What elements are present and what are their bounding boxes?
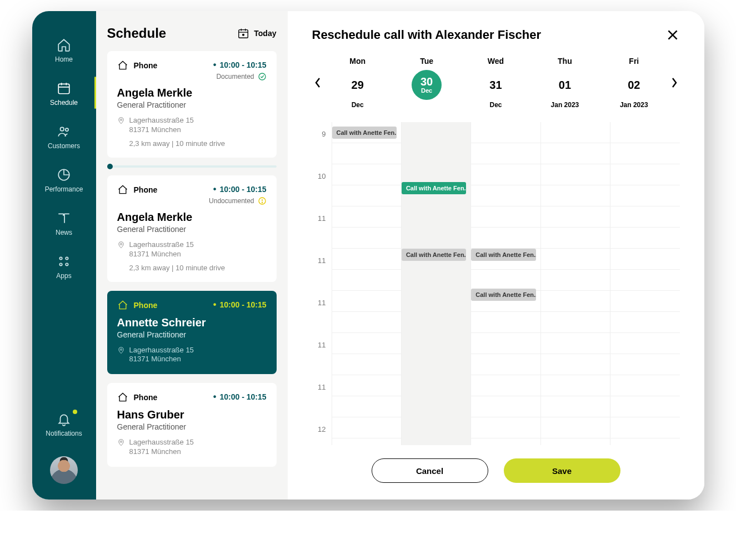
nav-label: Notifications	[46, 430, 82, 437]
address: Lagerhausstraße 1581371 München	[117, 438, 267, 457]
customer-name: Angela Merkle	[117, 211, 267, 224]
chevron-left-icon	[314, 77, 321, 88]
svg-point-13	[262, 202, 262, 203]
day-column-header[interactable]: Tue 30 Dec Dec	[392, 57, 461, 109]
svg-point-1	[61, 127, 64, 131]
nav-schedule[interactable]: Schedule	[32, 71, 96, 114]
calendar-icon	[57, 81, 71, 95]
nav-label: Apps	[56, 272, 71, 280]
weekday-label: Mon	[323, 57, 392, 65]
svg-point-4	[59, 257, 62, 259]
hour-label: 9	[312, 130, 332, 172]
customer-role: General Practitioner	[117, 330, 267, 339]
time-chip: 10:00 - 10:15	[213, 392, 267, 402]
svg-point-15	[120, 349, 122, 350]
home-icon	[117, 184, 128, 195]
sidebar: Home Schedule Customers Performance News…	[32, 11, 96, 500]
weekday-label: Thu	[530, 57, 599, 65]
apps-icon	[57, 254, 71, 269]
bell-icon	[57, 412, 71, 426]
people-icon	[57, 124, 71, 139]
cancel-button[interactable]: Cancel	[372, 458, 488, 483]
call-type: Phone	[134, 61, 158, 70]
customer-name: Annette Schreier	[117, 316, 267, 329]
time-chip: 10:00 - 10:15	[213, 60, 267, 70]
day-column-header[interactable]: Fri 02 Jan 2023	[599, 57, 668, 109]
time-chip: 10:00 - 10:15	[213, 300, 267, 310]
nav-notifications[interactable]: Notifications	[32, 402, 96, 445]
progress-bar	[107, 165, 277, 168]
nav-home[interactable]: Home	[32, 28, 96, 71]
calendar-day-column[interactable]	[610, 122, 679, 445]
calendar-event[interactable]: Call with Anette Fen...	[471, 249, 535, 261]
svg-point-16	[120, 441, 122, 443]
status-line: Undocumented	[209, 196, 266, 205]
calendar-day-column[interactable]: Call with Anette Fen...Call with Anette …	[470, 122, 540, 445]
calendar-event[interactable]: Call with Anette Fen...	[402, 249, 466, 261]
call-type: Phone	[134, 393, 158, 402]
month-label: Jan 2023	[530, 101, 599, 109]
hour-label: 11	[312, 256, 332, 299]
cancel-label: Cancel	[416, 466, 443, 476]
nav-label: Performance	[45, 185, 83, 193]
pin-icon	[117, 346, 125, 354]
weekday-label: Fri	[599, 57, 668, 65]
customer-role: General Practitioner	[117, 225, 267, 234]
today-label: Today	[254, 29, 276, 38]
calendar-event[interactable]: Call with Anette Fen...	[402, 182, 466, 194]
svg-rect-0	[58, 84, 69, 93]
svg-point-7	[66, 263, 68, 265]
hour-labels: 910111111111112	[312, 122, 332, 445]
calendar-icon	[237, 27, 249, 39]
svg-point-2	[66, 128, 68, 131]
day-column-header[interactable]: Thu 01 Jan 2023	[530, 57, 599, 109]
calendar-day-column[interactable]: Call with Anette Fen...Call with Anette …	[401, 122, 470, 445]
calendar-event[interactable]: Call with Anette Fen...	[471, 289, 535, 301]
notification-dot	[73, 410, 77, 414]
hour-label: 11	[312, 299, 332, 341]
calendar-day-column[interactable]	[540, 122, 610, 445]
nav-news[interactable]: News	[32, 201, 96, 244]
customer-name: Hans Gruber	[117, 408, 267, 421]
hour-label: 11	[312, 214, 332, 256]
calendar-event[interactable]: Call with Anette Fen...	[332, 127, 397, 139]
svg-point-11	[120, 119, 122, 120]
svg-point-9	[243, 34, 244, 36]
nav-performance[interactable]: Performance	[32, 158, 96, 201]
pin-icon	[117, 117, 125, 124]
schedule-title: Schedule	[107, 26, 167, 41]
weekday-label: Tue	[392, 57, 461, 65]
nav-customers[interactable]: Customers	[32, 114, 96, 158]
nav-label: Customers	[48, 142, 80, 150]
pin-icon	[117, 438, 125, 446]
schedule-card[interactable]: Phone 10:00 - 10:15 Undocumented Angela …	[107, 175, 277, 282]
schedule-card[interactable]: Phone 10:00 - 10:15 Annette Schreier Gen…	[107, 291, 277, 375]
svg-point-6	[59, 263, 62, 265]
save-label: Save	[552, 466, 572, 476]
schedule-panel: Schedule Today Phone 10:00 - 10:15 Docum…	[96, 11, 288, 500]
schedule-card[interactable]: Phone 10:00 - 10:15 Documented Angela Me…	[107, 51, 277, 158]
hour-label: 10	[312, 172, 332, 214]
close-button[interactable]	[665, 28, 680, 42]
close-icon	[665, 28, 680, 42]
home-icon	[57, 38, 71, 52]
save-button[interactable]: Save	[504, 458, 620, 483]
next-week-button[interactable]	[669, 77, 680, 88]
avatar[interactable]	[50, 456, 78, 484]
pin-icon	[117, 241, 125, 249]
schedule-card[interactable]: Phone 10:00 - 10:15 Hans Gruber General …	[107, 383, 277, 467]
calendar-grid[interactable]: Call with Anette Fen...Call with Anette …	[332, 122, 680, 445]
svg-point-5	[66, 257, 68, 259]
hour-label: 12	[312, 425, 332, 445]
today-button[interactable]: Today	[237, 27, 276, 39]
day-column-header[interactable]: Mon 29 Dec	[323, 57, 392, 109]
nav-apps[interactable]: Apps	[32, 244, 96, 287]
chevron-right-icon	[671, 77, 678, 88]
prev-week-button[interactable]	[312, 77, 323, 88]
address: Lagerhausstraße 1581371 München	[117, 346, 267, 365]
page-title: Reschedule call with Alexander Fischer	[312, 28, 541, 42]
calendar-day-column[interactable]: Call with Anette Fen...	[332, 122, 401, 445]
hour-label: 11	[312, 383, 332, 425]
address: Lagerhausstraße 1581371 München	[117, 240, 267, 259]
day-column-header[interactable]: Wed 31 Dec	[461, 57, 530, 109]
